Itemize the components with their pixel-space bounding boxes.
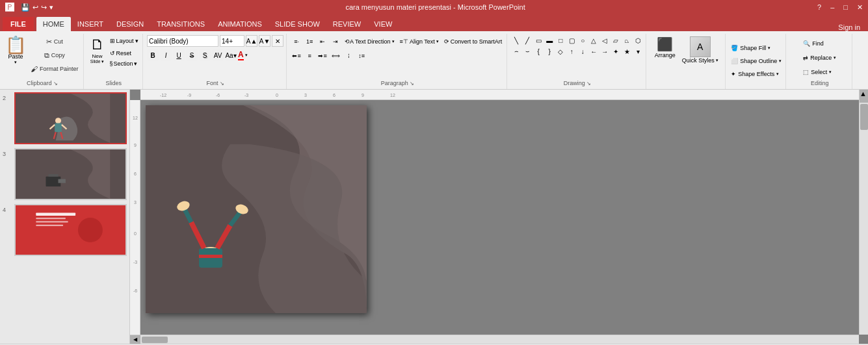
col-spacing-button[interactable]: ⫶	[343, 51, 354, 61]
font-color-button[interactable]: A	[238, 50, 244, 60]
shape-line[interactable]: ╲	[511, 35, 521, 45]
find-button[interactable]: 🔍 Find	[800, 37, 826, 50]
vertical-scrollbar[interactable]: ▲	[859, 90, 868, 335]
tab-design[interactable]: DESIGN	[110, 17, 150, 31]
font-name-input[interactable]	[147, 35, 218, 47]
quick-styles-button[interactable]: A Quick Styles ▾	[679, 35, 721, 65]
shape-curly1[interactable]: {	[533, 46, 544, 57]
shape-outline-button[interactable]: ⬜ Shape Outline ▾	[730, 55, 783, 67]
shape-arrow-dn[interactable]: ↓	[577, 46, 588, 57]
slide-3-image[interactable]	[14, 148, 127, 200]
align-left-button[interactable]: ⬅≡	[291, 51, 302, 61]
shape-arc[interactable]: ⌢	[511, 46, 521, 57]
shape-effects-arrow[interactable]: ▾	[776, 71, 779, 77]
clear-format-button[interactable]: ✕	[272, 35, 283, 47]
para-expand-icon[interactable]: ↘	[410, 81, 414, 86]
increase-indent-button[interactable]: ⇥	[330, 36, 341, 47]
shape-rect[interactable]: ▭	[533, 35, 544, 45]
line-spacing-button[interactable]: ↕≡	[356, 51, 367, 61]
shape-rect3[interactable]: □	[555, 35, 566, 45]
center-button[interactable]: ≡	[304, 51, 315, 61]
shape-arc2[interactable]: ⌣	[522, 46, 533, 57]
reset-button[interactable]: ↺ Reset	[109, 47, 140, 59]
copy-button[interactable]: ⧉ Copy	[29, 49, 81, 62]
numbering-button[interactable]: 1≡	[304, 36, 315, 47]
shape-hex[interactable]: ⬡	[633, 35, 643, 45]
format-painter-button[interactable]: 🖌 Format Painter	[29, 62, 81, 75]
shape-para[interactable]: ▱	[611, 35, 621, 45]
bold-button[interactable]: B	[147, 49, 159, 61]
justify-button[interactable]: ⟺	[330, 51, 341, 61]
tab-home[interactable]: HOME	[36, 17, 71, 31]
tab-view[interactable]: VIEW	[367, 17, 399, 31]
change-case-button[interactable]: Aa▾	[225, 49, 237, 61]
font-color-arrow[interactable]: ▾	[245, 53, 248, 58]
shape-diamond[interactable]: ◇	[555, 46, 566, 57]
font-shrink-button[interactable]: A▼	[259, 35, 270, 47]
shape-arrow-rt[interactable]: →	[599, 46, 610, 57]
tab-animations[interactable]: ANIMATIONS	[211, 17, 269, 31]
char-spacing-button[interactable]: AV	[212, 49, 224, 61]
horizontal-scrollbar[interactable]: ◀	[130, 335, 859, 344]
drawing-expand-icon[interactable]: ↘	[586, 81, 591, 86]
scrollbar-up-arrow[interactable]: ▲	[860, 90, 868, 103]
text-direction-button[interactable]: ⟲A Text Direction ▾	[343, 35, 397, 48]
shape-arrow-up[interactable]: ↑	[566, 46, 577, 57]
maximize-button[interactable]: □	[843, 3, 848, 12]
shape-oval[interactable]: ○	[577, 35, 588, 45]
shape-rtri[interactable]: ◁	[599, 35, 610, 45]
scrollbar-thumb-v[interactable]	[860, 104, 868, 130]
shape-more[interactable]: ▾	[633, 46, 643, 57]
cut-button[interactable]: ✂ Cut	[29, 35, 81, 48]
canvas-area[interactable]: -12 -9 -6 -3 0 3 6 9 12 12 9 6 3 0 -3 -6	[130, 90, 868, 344]
save-button[interactable]: 💾	[21, 3, 30, 12]
tab-insert[interactable]: INSERT	[71, 17, 110, 31]
close-button[interactable]: ✕	[857, 3, 863, 12]
tab-review[interactable]: REVIEW	[326, 17, 367, 31]
shape-effects-button[interactable]: ✦ Shape Effects ▾	[730, 68, 780, 80]
decrease-indent-button[interactable]: ⇤	[317, 36, 328, 47]
slide-3-thumb[interactable]: 3	[3, 148, 127, 200]
arrange-button[interactable]: ⬛ Arrange	[652, 35, 678, 60]
tab-transitions[interactable]: TRANSITIONS	[150, 17, 211, 31]
shape-rounded[interactable]: ▢	[566, 35, 577, 45]
layout-button[interactable]: ⊞ Layout ▾	[109, 35, 140, 47]
select-arrow[interactable]: ▾	[829, 70, 832, 75]
shape-fill-arrow[interactable]: ▾	[768, 45, 770, 51]
scrollbar-thumb-h[interactable]	[142, 337, 168, 343]
slide-canvas[interactable]	[146, 105, 367, 313]
strikethrough-button[interactable]: S	[186, 49, 198, 61]
font-size-input[interactable]	[220, 35, 244, 47]
paste-dropdown[interactable]: ▾	[14, 60, 17, 65]
convert-smartart-button[interactable]: ⟳ Convert to SmartArt	[442, 35, 505, 48]
shape-trap[interactable]: ⏢	[622, 35, 632, 45]
shape-tri[interactable]: △	[588, 35, 599, 45]
redo-button[interactable]: ↪	[41, 3, 47, 12]
shape-arrow-lt[interactable]: ←	[588, 46, 599, 57]
clipboard-expand-icon[interactable]: ↘	[53, 81, 58, 86]
slide-2-thumb[interactable]: 2	[3, 92, 127, 144]
slide-4-image[interactable]	[14, 204, 127, 256]
select-button[interactable]: ⬚ Select ▾	[800, 66, 834, 79]
shape-curly2[interactable]: }	[544, 46, 555, 57]
tab-slideshow[interactable]: SLIDE SHOW	[269, 17, 326, 31]
tab-file[interactable]: FILE	[3, 17, 34, 31]
paste-button[interactable]: 📋 Paste ▾	[4, 35, 27, 66]
undo-button[interactable]: ↩	[33, 3, 38, 12]
align-right-button[interactable]: ➡≡	[317, 51, 328, 61]
slide-4-thumb[interactable]: 4	[3, 204, 127, 256]
italic-button[interactable]: I	[160, 49, 172, 61]
new-slide-button[interactable]: 🗋 New Slide ▾	[88, 35, 107, 68]
help-button[interactable]: ?	[817, 3, 821, 12]
shape-line2[interactable]: ╱	[522, 35, 533, 45]
scrollbar-left-arrow[interactable]: ◀	[130, 335, 140, 344]
section-button[interactable]: § Section ▾	[109, 60, 140, 68]
shape-star5[interactable]: ★	[622, 46, 632, 57]
shape-outline-arrow[interactable]: ▾	[779, 58, 782, 64]
bullets-button[interactable]: ≡·	[291, 36, 302, 47]
replace-button[interactable]: ⇄ Replace ▾	[800, 51, 839, 64]
font-grow-button[interactable]: A▲	[246, 35, 257, 47]
slide-2-image[interactable]	[14, 92, 127, 144]
shape-fill-button[interactable]: 🪣 Shape Fill ▾	[730, 42, 772, 54]
underline-button[interactable]: U	[173, 49, 185, 61]
